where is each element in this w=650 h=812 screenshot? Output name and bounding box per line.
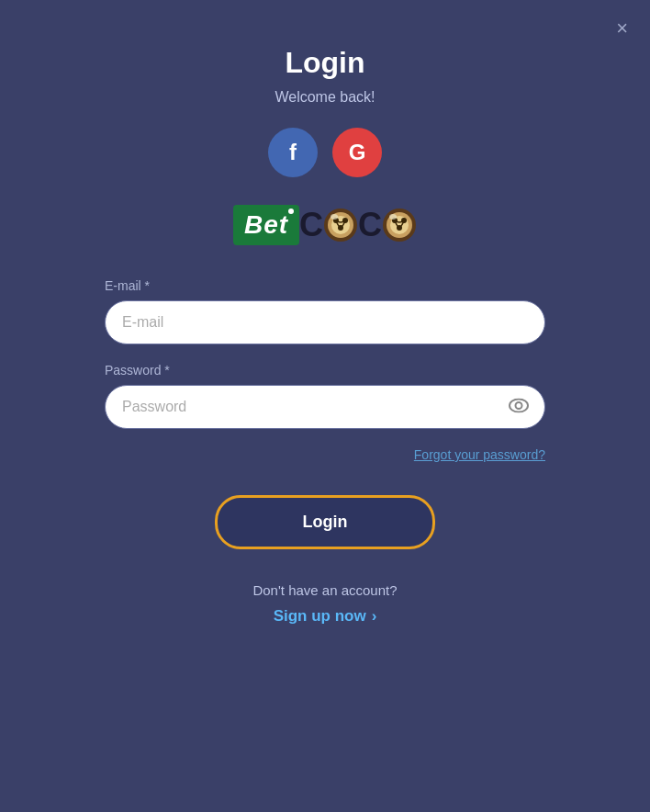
login-button-container: Login — [105, 495, 545, 582]
signup-arrow: › — [372, 607, 377, 626]
forgot-password-link-container: Forgot your password? — [105, 447, 545, 462]
no-account-text: Don't have an account? — [252, 582, 397, 598]
subtitle-text: Welcome back! — [275, 89, 375, 106]
coconut-icon-2 — [382, 208, 417, 242]
google-icon: G — [349, 140, 366, 165]
page-title: Login — [285, 46, 364, 80]
google-login-button[interactable]: G — [332, 128, 382, 177]
footer-section: Don't have an account? Sign up now › — [252, 582, 397, 626]
login-form: E-mail * Password * Forgot your password… — [105, 278, 545, 582]
coconut-icon-1 — [323, 208, 358, 242]
svg-point-14 — [510, 400, 528, 412]
brand-logo: Bet C C — [233, 205, 417, 245]
password-wrapper — [105, 385, 545, 429]
email-label: E-mail * — [105, 278, 545, 293]
logo-bet-text: Bet — [233, 205, 299, 245]
close-button[interactable]: × — [616, 18, 628, 39]
password-input[interactable] — [105, 385, 545, 429]
forgot-password-link[interactable]: Forgot your password? — [414, 447, 545, 462]
social-buttons-group: f G — [268, 128, 382, 177]
logo-c2: C — [358, 206, 382, 244]
logo-c1: C — [299, 206, 323, 244]
password-field-group: Password * — [105, 363, 545, 429]
signup-label: Sign up now — [274, 607, 366, 626]
eye-icon — [509, 399, 529, 413]
svg-point-15 — [516, 402, 522, 409]
password-label: Password * — [105, 363, 545, 378]
toggle-password-button[interactable] — [509, 397, 529, 418]
facebook-login-button[interactable]: f — [268, 128, 318, 177]
email-input[interactable] — [105, 300, 545, 344]
svg-point-6 — [331, 214, 338, 220]
login-modal: × Login Welcome back! f G Bet C — [0, 0, 650, 812]
facebook-icon: f — [289, 140, 297, 165]
email-field-group: E-mail * — [105, 278, 545, 344]
signup-link[interactable]: Sign up now › — [274, 607, 377, 626]
svg-point-13 — [389, 214, 397, 220]
login-button[interactable]: Login — [215, 495, 435, 549]
